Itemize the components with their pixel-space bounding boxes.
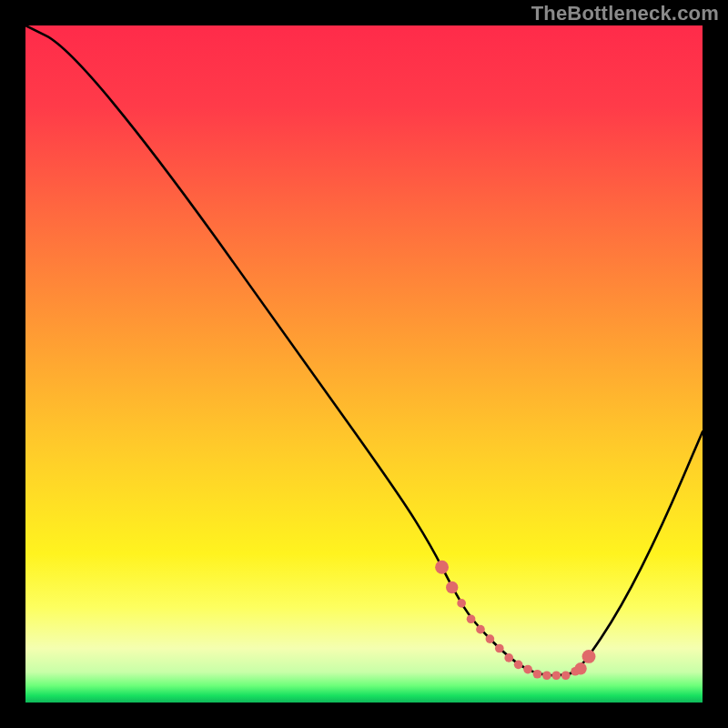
- watermark-text: TheBottleneck.com: [531, 2, 719, 25]
- svg-point-3: [467, 614, 476, 623]
- svg-point-12: [551, 671, 561, 680]
- svg-point-10: [533, 670, 542, 679]
- bottleneck-curve: [25, 25, 703, 675]
- svg-point-17: [574, 662, 586, 674]
- plot-area: [25, 25, 703, 703]
- svg-point-11: [542, 671, 551, 680]
- svg-point-9: [523, 665, 532, 674]
- svg-point-7: [504, 653, 513, 662]
- curve-layer: [25, 25, 703, 703]
- svg-point-16: [446, 581, 458, 593]
- optimal-markers: [435, 561, 595, 680]
- svg-point-2: [457, 599, 466, 608]
- svg-point-6: [495, 644, 504, 653]
- chart-frame: TheBottleneck.com: [0, 0, 728, 728]
- svg-point-4: [476, 625, 485, 634]
- svg-point-13: [561, 671, 571, 680]
- svg-point-5: [486, 634, 495, 643]
- svg-point-8: [514, 661, 523, 670]
- svg-point-18: [582, 650, 596, 663]
- svg-point-15: [435, 561, 449, 574]
